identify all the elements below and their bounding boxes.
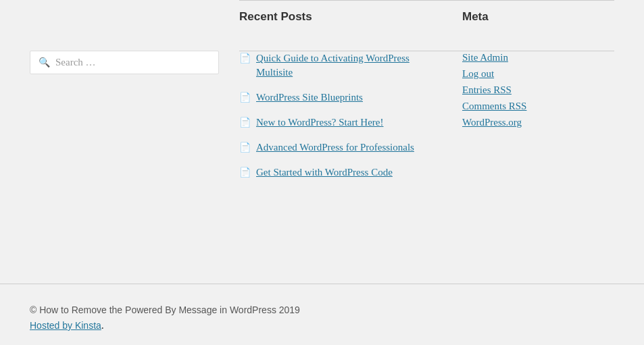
hosted-by-link[interactable]: Hosted by Kinsta <box>30 320 101 331</box>
list-item: 📄 Quick Guide to Activating WordPress Mu… <box>239 51 435 80</box>
post-icon: 📄 <box>239 53 251 64</box>
list-item: 📄 WordPress Site Blueprints <box>239 90 435 105</box>
post-link[interactable]: WordPress Site Blueprints <box>256 90 363 105</box>
page-wrapper: Recent Posts Meta 🔍 📄 Quick Guide to Act… <box>0 0 644 345</box>
meta-link[interactable]: WordPress.org <box>462 117 522 128</box>
recent-posts-column-header: Recent Posts <box>239 0 462 24</box>
list-item: Comments RSS <box>462 100 614 112</box>
footer-period: . <box>101 319 104 331</box>
list-item: Log out <box>462 68 614 80</box>
copyright-text: © How to Remove the Powered By Message i… <box>30 304 614 315</box>
post-link[interactable]: Advanced WordPress for Professionals <box>256 140 414 155</box>
meta-link[interactable]: Site Admin <box>462 52 508 63</box>
post-icon: 📄 <box>239 92 251 103</box>
site-footer: © How to Remove the Powered By Message i… <box>0 284 644 345</box>
meta-column: Site Admin Log out Entries RSS Comments … <box>462 51 614 257</box>
search-column: 🔍 <box>30 51 239 257</box>
meta-column-header: Meta <box>462 0 614 24</box>
recent-posts-heading: Recent Posts <box>239 1 462 24</box>
list-item: Site Admin <box>462 51 614 63</box>
main-content: 🔍 📄 Quick Guide to Activating WordPress … <box>0 24 644 284</box>
list-item: 📄 Get Started with WordPress Code <box>239 165 435 180</box>
meta-link[interactable]: Log out <box>462 68 494 79</box>
section-header-row: Recent Posts Meta <box>0 0 644 24</box>
post-link[interactable]: New to WordPress? Start Here! <box>256 115 383 130</box>
post-icon: 📄 <box>239 167 251 178</box>
search-column-header <box>30 0 239 24</box>
meta-links-list: Site Admin Log out Entries RSS Comments … <box>462 51 614 128</box>
list-item: Entries RSS <box>462 84 614 96</box>
recent-posts-list: 📄 Quick Guide to Activating WordPress Mu… <box>239 51 435 180</box>
list-item: 📄 New to WordPress? Start Here! <box>239 115 435 130</box>
post-icon: 📄 <box>239 142 251 153</box>
list-item: WordPress.org <box>462 116 614 128</box>
search-icon: 🔍 <box>39 57 50 68</box>
meta-link[interactable]: Comments RSS <box>462 101 526 111</box>
post-link[interactable]: Get Started with WordPress Code <box>256 165 393 180</box>
post-icon: 📄 <box>239 117 251 128</box>
post-link[interactable]: Quick Guide to Activating WordPress Mult… <box>256 51 435 80</box>
meta-heading: Meta <box>462 1 614 24</box>
recent-posts-column: 📄 Quick Guide to Activating WordPress Mu… <box>239 51 462 257</box>
search-input[interactable] <box>55 57 210 68</box>
list-item: 📄 Advanced WordPress for Professionals <box>239 140 435 155</box>
meta-link[interactable]: Entries RSS <box>462 84 512 95</box>
footer-hosted-line: Hosted by Kinsta. <box>30 319 614 331</box>
search-box[interactable]: 🔍 <box>30 51 219 74</box>
